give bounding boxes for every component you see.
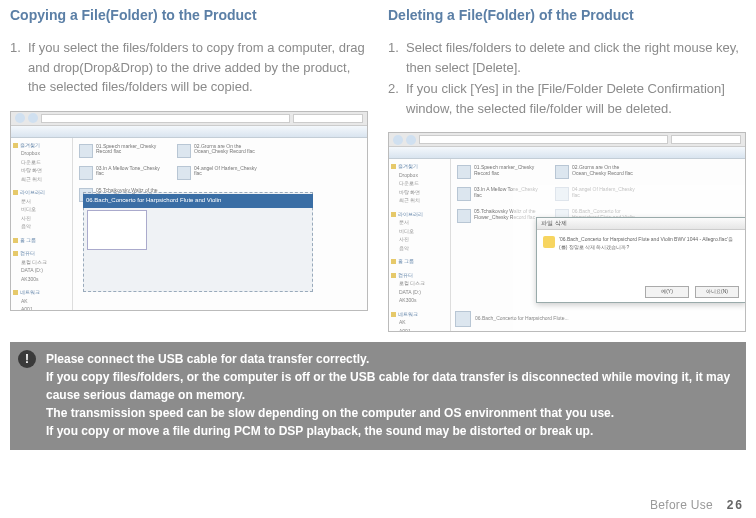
address-bar [41,114,290,123]
audio-file-icon [555,165,569,179]
audio-file-icon [455,311,471,327]
sidebar-group: 즐겨찾기 [13,142,70,150]
forward-icon [28,113,38,123]
dialog-title: 파일 삭제 [537,218,745,230]
notice-line: If you copy or move a file during PCM to… [46,422,734,440]
page-footer: Before Use 26 [650,496,744,514]
audio-file-icon [79,166,93,180]
notice-line: Please connect the USB cable for data tr… [46,350,734,368]
search-box [671,135,741,144]
file-item: 01.Speech marker_Chesky Record flac [79,144,167,160]
sidebar-group: 홈 그룹 [391,258,448,266]
audio-file-icon [457,209,471,223]
page-number: 26 [727,498,744,512]
audio-file-icon [457,165,471,179]
deleting-screenshot: 즐겨찾기 Dropbox 다운로드 바탕 화면 최근 위치 라이브러리 문서 비… [388,132,746,332]
warning-icon [543,236,555,248]
copying-screenshot: 즐겨찾기 Dropbox 다운로드 바탕 화면 최근 위치 라이브러리 문서 비… [10,111,368,311]
explorer-toolbar [389,147,745,159]
notice-line: If you copy files/folders, or the comput… [46,368,734,404]
sidebar-group: 네트워크 [13,289,70,297]
sidebar-group: 컴퓨터 [391,272,448,280]
audio-file-icon [79,144,93,158]
warning-notice-box: ! Please connect the USB cable for data … [10,342,746,450]
file-item: 02.Grorns are On the Ocean_Chesky Record… [555,165,643,181]
sidebar-group: 라이브러리 [391,211,448,219]
selected-file-footer: 06.Bach_Concerto for Harpsichord Flute..… [455,311,569,327]
drag-thumbnail [87,210,147,250]
explorer-toolbar [11,126,367,138]
search-box [293,114,363,123]
audio-file-icon [177,166,191,180]
file-item: 01.Speech marker_Chesky Record flac [457,165,545,181]
sidebar-group: 컴퓨터 [13,250,70,258]
deleting-step-1: Select files/folders to delete and click… [388,38,746,77]
exclamation-icon: ! [18,350,36,368]
drag-highlight: 06.Bach_Concerto for Harpsichord Flute a… [83,194,313,208]
notice-line: The transmission speed can be slow depen… [46,404,734,422]
audio-file-icon [177,144,191,158]
file-item: 04.angel Of Harlem_Chesky flac [177,166,265,182]
copying-step-1: If you select the files/folders to copy … [10,38,368,97]
deleting-steps: Select files/folders to delete and click… [388,38,746,118]
right-column: Deleting a File(Folder) of the Product S… [388,5,746,332]
dialog-no-button[interactable]: 아니요(N) [695,286,739,298]
copying-steps: If you select the files/folders to copy … [10,38,368,97]
explorer-file-pane: 01.Speech marker_Chesky Record flac 02.G… [73,138,367,310]
deleting-heading: Deleting a File(Folder) of the Product [388,5,746,26]
forward-icon [406,135,416,145]
explorer-sidebar: 즐겨찾기 Dropbox 다운로드 바탕 화면 최근 위치 라이브러리 문서 비… [11,138,73,310]
sidebar-group: 라이브러리 [13,189,70,197]
file-item: 02.Grorns are On the Ocean_Chesky Record… [177,144,265,160]
footer-section: Before Use [650,498,713,512]
explorer-sidebar: 즐겨찾기 Dropbox 다운로드 바탕 화면 최근 위치 라이브러리 문서 비… [389,159,451,331]
sidebar-group: 즐겨찾기 [391,163,448,171]
address-bar [419,135,668,144]
left-column: Copying a File(Folder) to the Product If… [10,5,368,332]
dialog-message: '06.Bach_Concerto for Harpsichord Flute … [559,236,739,251]
dialog-yes-button[interactable]: 예(Y) [645,286,689,298]
sidebar-group: 네트워크 [391,311,448,319]
delete-confirmation-dialog: 파일 삭제 '06.Bach_Concerto for Harpsichord … [536,217,746,303]
audio-file-icon [457,187,471,201]
explorer-file-pane: 01.Speech marker_Chesky Record flac 02.G… [451,159,745,331]
deleting-step-2: If you click [Yes] in the [File/Folder D… [388,79,746,118]
copying-heading: Copying a File(Folder) to the Product [10,5,368,26]
sidebar-group: 홈 그룹 [13,237,70,245]
back-icon [15,113,25,123]
file-item: 03.In A Mellow Tone_Chesky flac [79,166,167,182]
back-icon [393,135,403,145]
